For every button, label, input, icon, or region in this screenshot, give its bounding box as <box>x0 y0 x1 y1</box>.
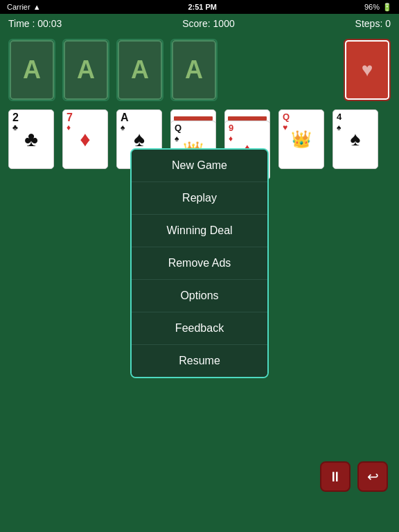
battery-level: 96% <box>364 3 380 11</box>
menu-item-replay[interactable]: Replay <box>132 182 267 215</box>
menu-item-winning-deal[interactable]: Winning Deal <box>132 215 267 247</box>
menu-item-feedback[interactable]: Feedback <box>132 312 267 345</box>
menu-item-remove-ads[interactable]: Remove Ads <box>132 247 267 280</box>
status-bar: Carrier ▲ 2:51 PM 96% 🔋 <box>0 0 399 14</box>
status-time: 2:51 PM <box>188 3 217 11</box>
game-area: Time : 00:03 Score: 1000 Steps: 0 A A A … <box>0 14 399 513</box>
carrier-label: Carrier <box>7 3 30 11</box>
status-right: 96% 🔋 <box>364 3 392 12</box>
wifi-icon: ▲ <box>33 3 41 11</box>
menu-overlay: New Game Replay Winning Deal Remove Ads … <box>0 14 399 513</box>
menu-box: New Game Replay Winning Deal Remove Ads … <box>130 148 269 378</box>
menu-item-resume[interactable]: Resume <box>132 345 267 377</box>
menu-item-options[interactable]: Options <box>132 280 267 312</box>
menu-item-new-game[interactable]: New Game <box>132 150 267 182</box>
status-left: Carrier ▲ <box>7 3 41 11</box>
battery-icon: 🔋 <box>382 3 392 12</box>
